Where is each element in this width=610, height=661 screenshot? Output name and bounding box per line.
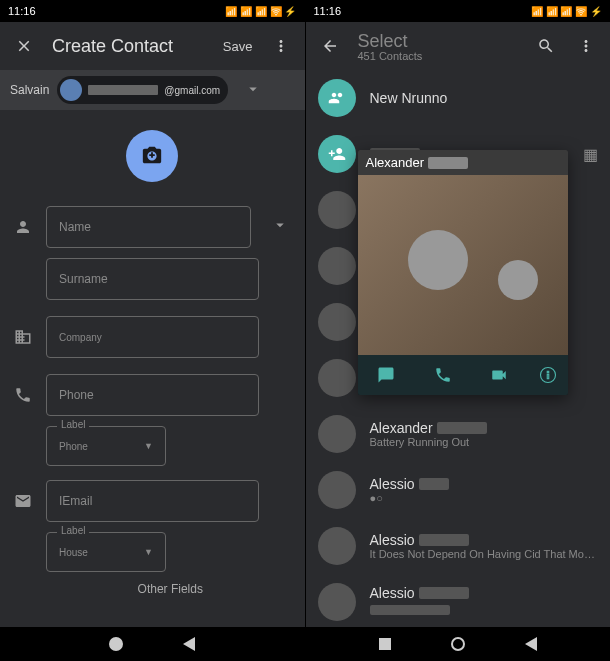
email-label-select[interactable]: Label House ▼ (46, 532, 166, 572)
contact-preview-popup: Alexander (358, 150, 568, 395)
nav-bar-right (306, 627, 611, 661)
email-icon (12, 492, 34, 510)
create-contact-pane: 11:16 📶 📶 📶 🛜 ⚡ Create Contact Save Salv… (0, 0, 306, 661)
app-bar: Select 451 Contacts (306, 22, 611, 70)
app-bar: Create Contact Save (0, 22, 305, 70)
search-icon[interactable] (534, 34, 558, 58)
chevron-down-icon[interactable] (244, 80, 262, 101)
avatar (318, 471, 356, 509)
new-group-row[interactable]: New Nrunno (306, 70, 611, 126)
status-icons: 📶 📶 📶 🛜 ⚡ (225, 6, 296, 17)
dropdown-icon: ▼ (144, 441, 153, 451)
save-to-row[interactable]: Salvain @gmail.com (0, 70, 305, 110)
avatar (318, 415, 356, 453)
page-title: Create Contact (52, 36, 207, 57)
contact-count: 451 Contacts (358, 50, 519, 62)
email-field[interactable]: IEmail (46, 480, 259, 522)
save-in-label: Salvain (10, 83, 49, 97)
phone-field[interactable]: Phone (46, 374, 259, 416)
close-icon[interactable] (12, 34, 36, 58)
nav-recent-icon[interactable] (379, 638, 391, 650)
status-bar-right: 11:16 📶 📶 📶 🛜 ⚡ (306, 0, 611, 22)
list-item[interactable]: Alessio (306, 574, 611, 627)
avatar (318, 359, 356, 397)
avatar (318, 527, 356, 565)
message-icon[interactable] (358, 355, 415, 395)
expand-name-icon[interactable] (271, 216, 289, 238)
avatar (318, 303, 356, 341)
qr-icon[interactable]: ▦ (583, 145, 598, 164)
surname-field[interactable]: Surname (46, 258, 259, 300)
avatar (318, 247, 356, 285)
contact-list: New Nrunno ▦ n per t... (306, 70, 611, 627)
group-icon (318, 79, 356, 117)
avatar (318, 191, 356, 229)
list-item[interactable]: AlexanderBattery Running Out (306, 406, 611, 462)
contact-photo[interactable] (358, 175, 568, 355)
company-icon (12, 328, 34, 346)
list-item[interactable]: Alessio●○ (306, 462, 611, 518)
phone-icon (12, 386, 34, 404)
back-icon[interactable] (318, 34, 342, 58)
status-bar-left: 11:16 📶 📶 📶 🛜 ⚡ (0, 0, 305, 22)
video-icon[interactable] (471, 355, 528, 395)
list-item[interactable]: AlessioIt Does Not Depend On Having Cid … (306, 518, 611, 574)
nav-recent-icon[interactable] (109, 637, 123, 651)
nav-back-icon[interactable] (183, 637, 195, 651)
email-suffix: @gmail.com (164, 85, 220, 96)
clock: 11:16 (314, 5, 342, 17)
nav-bar-left (0, 627, 305, 661)
add-person-icon (318, 135, 356, 173)
nav-back-icon[interactable] (525, 637, 537, 651)
call-icon[interactable] (414, 355, 471, 395)
person-icon (12, 218, 34, 236)
status-icons: 📶 📶 📶 🛜 ⚡ (531, 6, 602, 17)
info-icon[interactable] (528, 355, 568, 395)
more-icon[interactable] (269, 34, 293, 58)
phone-label-select[interactable]: Label Phone ▼ (46, 426, 166, 466)
avatar (318, 583, 356, 621)
account-chip[interactable]: @gmail.com (57, 76, 228, 104)
dropdown-icon: ▼ (144, 547, 153, 557)
redacted-email (88, 85, 158, 95)
clock: 11:16 (8, 5, 36, 17)
name-field[interactable]: Name (46, 206, 251, 248)
select-contact-pane: 11:16 📶 📶 📶 🛜 ⚡ Select 451 Contacts (306, 0, 611, 661)
avatar-icon (60, 79, 82, 101)
add-photo-button[interactable] (126, 130, 178, 182)
company-field[interactable]: Company (46, 316, 259, 358)
nav-home-icon[interactable] (451, 637, 465, 651)
popup-name: Alexander (358, 150, 568, 175)
contact-form: Name Surname Company (0, 206, 305, 602)
more-icon[interactable] (574, 34, 598, 58)
save-button[interactable]: Save (223, 39, 253, 54)
page-title: Select (358, 31, 519, 52)
other-fields-button[interactable]: Other Fields (12, 572, 289, 602)
